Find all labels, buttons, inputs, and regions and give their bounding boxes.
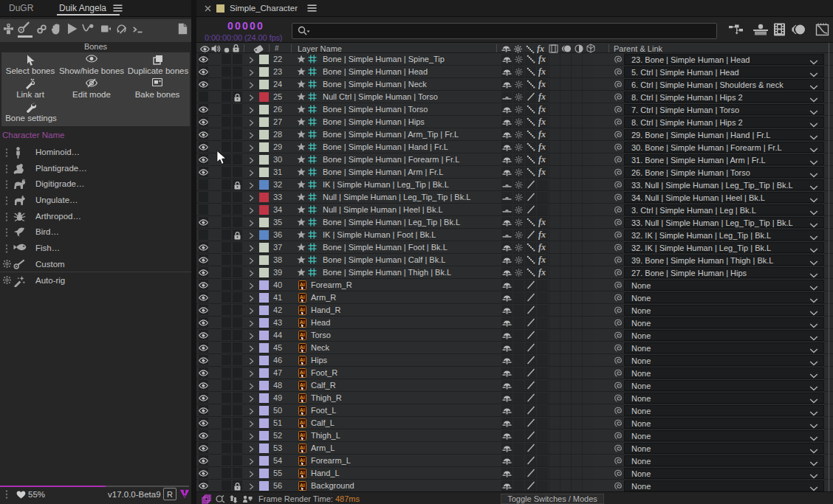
svg-text:Ai: Ai (300, 320, 305, 325)
svg-text:Ai: Ai (300, 420, 305, 425)
svg-text:Ai: Ai (300, 483, 305, 488)
svg-text:Ai: Ai (300, 307, 305, 312)
svg-text:Ai: Ai (300, 332, 305, 337)
svg-text:Ai: Ai (300, 282, 305, 287)
svg-text:Ai: Ai (300, 445, 305, 450)
svg-text:Ai: Ai (300, 432, 305, 438)
svg-text:Ai: Ai (300, 407, 305, 412)
svg-text:Ai: Ai (300, 458, 305, 463)
svg-text:Ai: Ai (300, 357, 305, 362)
svg-text:Ai: Ai (300, 370, 305, 375)
svg-text:Ai: Ai (300, 294, 305, 300)
svg-text:Ai: Ai (300, 382, 305, 387)
svg-text:Ai: Ai (300, 345, 305, 350)
svg-text:Ai: Ai (300, 395, 305, 400)
svg-text:Ai: Ai (300, 470, 305, 475)
